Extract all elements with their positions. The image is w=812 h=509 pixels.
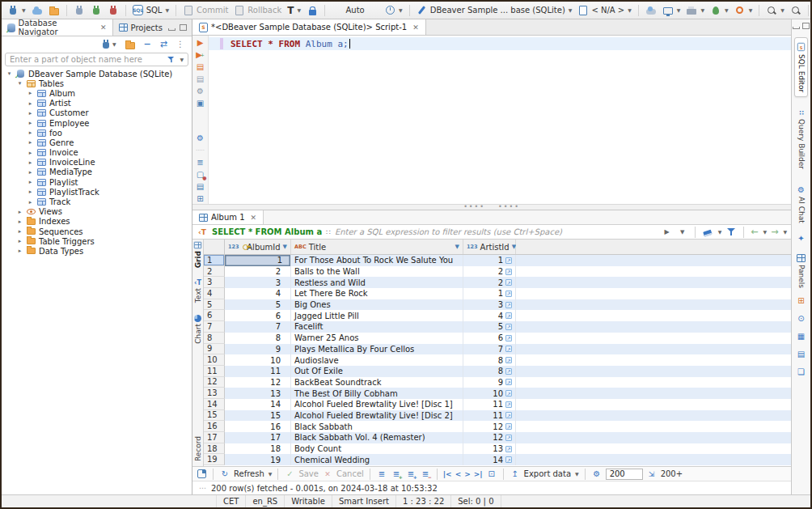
cell-title[interactable]: Chemical Wedding	[291, 454, 463, 465]
tab-database-navigator[interactable]: Database Navigator ✕	[2, 19, 113, 36]
cell-title[interactable]: Warner 25 Anos	[291, 333, 463, 344]
cell-albumid[interactable]: 5	[225, 299, 291, 311]
cancel-label[interactable]: Cancel	[336, 469, 364, 478]
table-row[interactable]: 7 7 Facelift 5↗	[204, 321, 791, 333]
new-task-button[interactable]: ▼	[661, 4, 683, 17]
cell-title[interactable]: Black Sabbath Vol. 4 (Remaster)	[291, 432, 463, 443]
edit-row-icon[interactable]: ≣	[376, 469, 387, 479]
record-mode[interactable]: Record	[194, 436, 202, 461]
filters-menu-icon[interactable]	[725, 227, 737, 238]
foreign-key-link-icon[interactable]: ↗	[505, 435, 512, 441]
table-row[interactable]: 5 5 Big Ones 3↗	[204, 299, 791, 311]
add-row-icon[interactable]: ≣+	[391, 469, 402, 479]
commit-button[interactable]: Commit	[181, 4, 230, 17]
statusbar-item[interactable]: 1 : 23 : 22	[396, 495, 451, 507]
reconnect-button[interactable]	[89, 4, 104, 17]
cell-artistid[interactable]: 14↗	[463, 454, 516, 465]
chevron-icon[interactable]: ▸	[27, 120, 34, 126]
tree-item[interactable]: ▸ foo	[2, 128, 192, 138]
row-number[interactable]: 11	[204, 366, 225, 377]
expand-filter-icon[interactable]: ∷	[326, 228, 331, 236]
column-header[interactable]: 123 AlbumId ▼	[225, 240, 291, 254]
metadata-panel-icon[interactable]: ⊞	[796, 295, 807, 306]
tree-item[interactable]: ▸ Genre	[2, 138, 192, 147]
table-row[interactable]: 2 2 Balls to the Wall 2↗	[204, 266, 791, 278]
minimize-icon[interactable]	[168, 28, 176, 31]
table-row[interactable]: 1 1 For Those About To Rock We Salute Yo…	[204, 255, 791, 266]
open-console-icon[interactable]: ▣	[195, 99, 206, 108]
foreign-key-link-icon[interactable]: ↗	[505, 257, 512, 264]
chevron-icon[interactable]: ▸	[27, 179, 34, 185]
apply-filter-icon[interactable]: ▶	[662, 227, 673, 238]
export-label[interactable]: Export data	[524, 469, 571, 478]
fetch-more-label[interactable]: 200+	[661, 469, 683, 478]
tree-item[interactable]: ▸ Data Types	[2, 246, 192, 256]
refresh-label[interactable]: Refresh	[234, 469, 264, 478]
chevron-icon[interactable]: ▸	[27, 100, 34, 107]
cell-artistid[interactable]: 3↗	[463, 299, 516, 311]
cell-artistid[interactable]: 4↗	[463, 310, 516, 321]
tree-item[interactable]: ▸ InvoiceLine	[2, 158, 192, 168]
column-header[interactable]: 123 ArtistId ▼	[463, 240, 516, 254]
chevron-icon[interactable]: ▸	[27, 159, 34, 166]
table-row[interactable]: 10 10 Audioslave 8↗	[204, 354, 791, 366]
explain-plan-icon[interactable]: ⚙	[195, 87, 206, 95]
view-menu-button[interactable]: ⋮	[175, 39, 186, 49]
chevron-icon[interactable]: ▸	[27, 150, 34, 156]
tree-item[interactable]: ▾ Tables	[2, 78, 192, 88]
chevron-icon[interactable]: ▸	[27, 90, 34, 96]
export-icon[interactable]: ↥	[510, 469, 521, 479]
chevron-icon[interactable]: ▾	[16, 80, 23, 87]
filter-input[interactable]: Enter a SQL expression to filter results…	[335, 227, 658, 236]
close-icon[interactable]: ✕	[100, 23, 107, 32]
cell-title[interactable]: Audioslave	[291, 354, 463, 366]
cell-albumid[interactable]: 18	[225, 443, 291, 455]
tree-item[interactable]: ▸ Indexes	[2, 217, 192, 227]
table-row[interactable]: 6 6 Jagged Little Pill 4↗	[204, 310, 791, 321]
new-folder-button[interactable]	[124, 39, 137, 50]
sort-icon[interactable]: ▼	[455, 244, 459, 250]
row-number[interactable]: 2	[204, 266, 225, 278]
foreign-key-link-icon[interactable]: ↗	[505, 312, 512, 319]
chevron-icon[interactable]: ▸	[16, 218, 23, 225]
cell-albumid[interactable]: 9	[225, 344, 291, 355]
tree-item[interactable]: ▸ Invoice	[2, 148, 192, 158]
cell-title[interactable]: Let There Be Rock	[291, 288, 463, 299]
global-search-button[interactable]	[789, 4, 803, 17]
filter-funnel-icon[interactable]	[167, 56, 175, 63]
cell-artistid[interactable]: 12↗	[463, 432, 516, 443]
table-row[interactable]: 4 4 Let There Be Rock 1↗	[204, 288, 791, 299]
cell-artistid[interactable]: 9↗	[463, 377, 516, 388]
foreign-key-link-icon[interactable]: ↗	[505, 269, 512, 275]
cell-albumid[interactable]: 12	[225, 377, 291, 388]
filter-history-icon[interactable]: ▼	[677, 227, 688, 238]
run-config-button[interactable]: ▼	[733, 4, 755, 17]
cloud-connection-button[interactable]	[30, 4, 44, 17]
table-row[interactable]: 11 11 Out Of Exile 8↗	[204, 366, 791, 377]
references-panel-icon[interactable]: ❏	[796, 367, 807, 377]
table-row[interactable]: 14 14 Alcohol Fueled Brewtality Live! [D…	[204, 399, 791, 410]
cell-artistid[interactable]: 1↗	[463, 288, 516, 299]
cell-artistid[interactable]: 13↗	[463, 443, 516, 455]
tree-item[interactable]: ▸ Table Triggers	[2, 236, 192, 246]
duplicate-row-icon[interactable]: ≣+	[405, 469, 417, 479]
aggregate-panel-icon[interactable]: ▤	[796, 349, 807, 359]
collapse-all-button[interactable]: −	[142, 38, 153, 50]
cell-artistid[interactable]: 8↗	[463, 366, 516, 377]
navigator-new-connection-button[interactable]: ▼	[101, 39, 118, 49]
cell-title[interactable]: Body Count	[291, 443, 463, 455]
chevron-icon[interactable]: ▸	[16, 228, 23, 235]
foreign-key-link-icon[interactable]: ↗	[505, 368, 512, 375]
tree-item[interactable]: ▸ Artist	[2, 99, 192, 108]
foreign-key-link-icon[interactable]: ↗	[505, 423, 512, 430]
cell-title[interactable]: Out Of Exile	[291, 366, 463, 377]
cell-albumid[interactable]: 16	[225, 421, 291, 432]
ai-spark-icon[interactable]: ✦	[797, 234, 804, 243]
cell-albumid[interactable]: 13	[225, 388, 291, 399]
refresh-icon[interactable]: ↻	[219, 469, 230, 479]
row-number[interactable]: 3	[204, 277, 225, 288]
print-button[interactable]: ▼	[684, 4, 706, 17]
table-row[interactable]: 15 15 Alcohol Fueled Brewtality Live! [D…	[204, 410, 791, 422]
cell-title[interactable]: BackBeat Soundtrack	[291, 377, 463, 388]
row-number[interactable]: 15	[204, 410, 225, 422]
